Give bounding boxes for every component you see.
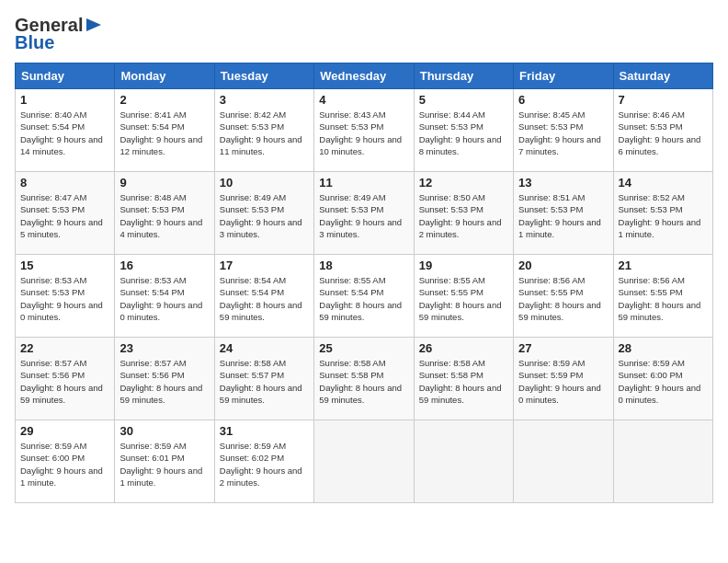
calendar-cell: 5 Sunrise: 8:44 AM Sunset: 5:53 PM Dayli… [414,89,513,172]
header: General Blue [15,15,713,52]
day-number: 19 [419,259,508,272]
day-number: 12 [419,176,508,190]
day-number: 10 [220,176,309,190]
day-info: Sunrise: 8:53 AM Sunset: 5:53 PM Dayligh… [20,274,109,323]
calendar-cell: 21 Sunrise: 8:56 AM Sunset: 5:55 PM Dayl… [613,255,712,338]
day-number: 22 [20,341,109,355]
calendar-cell: 2 Sunrise: 8:41 AM Sunset: 5:54 PM Dayli… [115,89,214,172]
day-info: Sunrise: 8:45 AM Sunset: 5:53 PM Dayligh… [518,109,608,157]
day-info: Sunrise: 8:59 AM Sunset: 5:59 PM Dayligh… [518,357,608,406]
day-info: Sunrise: 8:42 AM Sunset: 5:53 PM Dayligh… [220,109,309,157]
day-info: Sunrise: 8:51 AM Sunset: 5:53 PM Dayligh… [518,191,608,240]
weekday-header: SundayMondayTuesdayWednesdayThursdayFrid… [16,63,713,89]
day-info: Sunrise: 8:46 AM Sunset: 5:53 PM Dayligh… [619,109,708,157]
day-number: 1 [20,93,109,107]
day-info: Sunrise: 8:48 AM Sunset: 5:53 PM Dayligh… [119,191,209,240]
day-number: 25 [319,341,408,355]
calendar-cell: 19 Sunrise: 8:55 AM Sunset: 5:55 PM Dayl… [414,255,513,338]
calendar-cell: 14 Sunrise: 8:52 AM Sunset: 5:53 PM Dayl… [613,172,712,255]
day-info: Sunrise: 8:59 AM Sunset: 6:02 PM Dayligh… [220,440,309,488]
day-info: Sunrise: 8:49 AM Sunset: 5:53 PM Dayligh… [319,191,408,240]
calendar-cell [414,420,513,503]
calendar-cell: 12 Sunrise: 8:50 AM Sunset: 5:53 PM Dayl… [414,172,513,255]
day-number: 29 [20,424,109,438]
calendar-cell: 18 Sunrise: 8:55 AM Sunset: 5:54 PM Dayl… [314,255,414,338]
calendar-cell [514,420,613,503]
day-number: 27 [518,341,608,355]
day-info: Sunrise: 8:47 AM Sunset: 5:53 PM Dayligh… [20,191,109,240]
day-number: 14 [619,176,708,190]
day-info: Sunrise: 8:56 AM Sunset: 5:55 PM Dayligh… [619,274,708,323]
day-info: Sunrise: 8:59 AM Sunset: 6:01 PM Dayligh… [119,440,209,488]
day-number: 20 [518,259,608,272]
calendar-cell: 8 Sunrise: 8:47 AM Sunset: 5:53 PM Dayli… [16,172,115,255]
calendar-cell: 28 Sunrise: 8:59 AM Sunset: 6:00 PM Dayl… [613,338,712,420]
day-number: 13 [518,176,608,190]
day-number: 15 [20,259,109,272]
day-number: 3 [220,93,309,107]
week-row-1: 1 Sunrise: 8:40 AM Sunset: 5:54 PM Dayli… [16,89,713,172]
week-row-3: 15 Sunrise: 8:53 AM Sunset: 5:53 PM Dayl… [16,255,713,338]
day-number: 17 [220,259,309,272]
day-number: 16 [119,259,209,272]
day-info: Sunrise: 8:53 AM Sunset: 5:54 PM Dayligh… [119,274,209,323]
day-info: Sunrise: 8:50 AM Sunset: 5:53 PM Dayligh… [419,191,508,240]
day-number: 26 [419,341,508,355]
day-number: 4 [319,93,408,107]
calendar-cell: 23 Sunrise: 8:57 AM Sunset: 5:56 PM Dayl… [115,338,214,420]
day-info: Sunrise: 8:55 AM Sunset: 5:55 PM Dayligh… [419,274,508,323]
day-info: Sunrise: 8:58 AM Sunset: 5:58 PM Dayligh… [419,357,508,406]
day-number: 31 [220,424,309,438]
calendar-cell: 17 Sunrise: 8:54 AM Sunset: 5:54 PM Dayl… [214,255,313,338]
day-info: Sunrise: 8:41 AM Sunset: 5:54 PM Dayligh… [119,109,209,157]
calendar-cell: 10 Sunrise: 8:49 AM Sunset: 5:53 PM Dayl… [214,172,313,255]
week-row-2: 8 Sunrise: 8:47 AM Sunset: 5:53 PM Dayli… [16,172,713,255]
day-info: Sunrise: 8:52 AM Sunset: 5:53 PM Dayligh… [619,191,708,240]
day-number: 18 [319,259,408,272]
day-info: Sunrise: 8:58 AM Sunset: 5:58 PM Dayligh… [319,357,408,406]
day-number: 2 [119,93,209,107]
calendar-cell: 30 Sunrise: 8:59 AM Sunset: 6:01 PM Dayl… [115,420,214,503]
day-number: 11 [319,176,408,190]
day-number: 30 [119,424,209,438]
week-row-4: 22 Sunrise: 8:57 AM Sunset: 5:56 PM Dayl… [16,338,713,420]
weekday-thursday: Thursday [414,63,513,89]
weekday-tuesday: Tuesday [214,63,313,89]
day-number: 21 [619,259,708,272]
day-info: Sunrise: 8:59 AM Sunset: 6:00 PM Dayligh… [619,357,708,406]
day-number: 7 [619,93,708,107]
day-number: 9 [119,176,209,190]
calendar-body: 1 Sunrise: 8:40 AM Sunset: 5:54 PM Dayli… [16,89,713,503]
calendar-cell: 3 Sunrise: 8:42 AM Sunset: 5:53 PM Dayli… [214,89,313,172]
day-info: Sunrise: 8:44 AM Sunset: 5:53 PM Dayligh… [419,109,508,157]
day-number: 6 [518,93,608,107]
calendar-cell: 29 Sunrise: 8:59 AM Sunset: 6:00 PM Dayl… [16,420,115,503]
calendar-cell: 6 Sunrise: 8:45 AM Sunset: 5:53 PM Dayli… [514,89,613,172]
calendar-cell: 31 Sunrise: 8:59 AM Sunset: 6:02 PM Dayl… [214,420,313,503]
day-number: 8 [20,176,109,190]
day-info: Sunrise: 8:49 AM Sunset: 5:53 PM Dayligh… [220,191,309,240]
logo: General Blue [15,15,103,52]
day-number: 5 [419,93,508,107]
day-number: 28 [619,341,708,355]
calendar-cell [613,420,712,503]
svg-marker-0 [86,18,101,31]
weekday-sunday: Sunday [16,63,115,89]
calendar-cell: 22 Sunrise: 8:57 AM Sunset: 5:56 PM Dayl… [16,338,115,420]
day-info: Sunrise: 8:43 AM Sunset: 5:53 PM Dayligh… [319,109,408,157]
day-number: 23 [119,341,209,355]
calendar-cell: 13 Sunrise: 8:51 AM Sunset: 5:53 PM Dayl… [514,172,613,255]
calendar-cell: 27 Sunrise: 8:59 AM Sunset: 5:59 PM Dayl… [514,338,613,420]
calendar: SundayMondayTuesdayWednesdayThursdayFrid… [15,63,713,503]
day-info: Sunrise: 8:56 AM Sunset: 5:55 PM Dayligh… [518,274,608,323]
day-info: Sunrise: 8:57 AM Sunset: 5:56 PM Dayligh… [20,357,109,406]
calendar-cell: 24 Sunrise: 8:58 AM Sunset: 5:57 PM Dayl… [214,338,313,420]
week-row-5: 29 Sunrise: 8:59 AM Sunset: 6:00 PM Dayl… [16,420,713,503]
day-info: Sunrise: 8:57 AM Sunset: 5:56 PM Dayligh… [119,357,209,406]
day-info: Sunrise: 8:58 AM Sunset: 5:57 PM Dayligh… [220,357,309,406]
calendar-cell: 16 Sunrise: 8:53 AM Sunset: 5:54 PM Dayl… [115,255,214,338]
calendar-cell: 20 Sunrise: 8:56 AM Sunset: 5:55 PM Dayl… [514,255,613,338]
calendar-cell: 1 Sunrise: 8:40 AM Sunset: 5:54 PM Dayli… [16,89,115,172]
calendar-cell: 4 Sunrise: 8:43 AM Sunset: 5:53 PM Dayli… [314,89,414,172]
day-info: Sunrise: 8:40 AM Sunset: 5:54 PM Dayligh… [20,109,109,157]
